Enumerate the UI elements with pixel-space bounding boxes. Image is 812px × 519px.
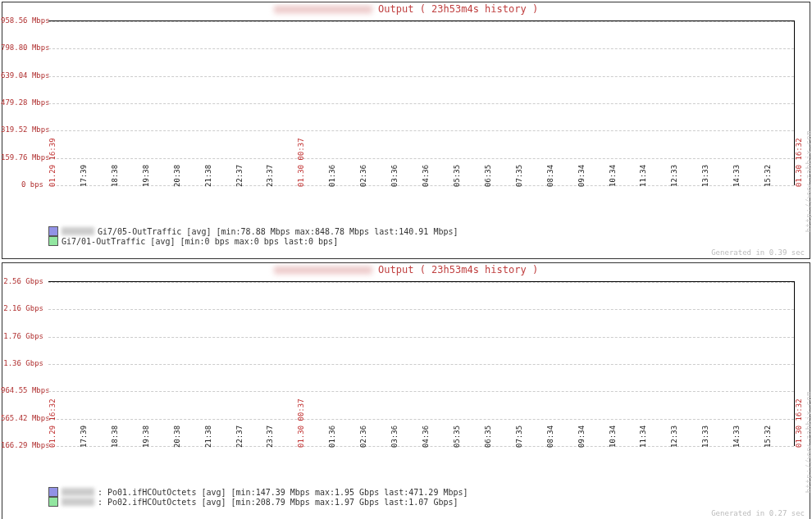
y-tick-label: 1.36 Gbps — [1, 359, 43, 367]
x-tick-label: 09:34 — [577, 165, 586, 187]
legend-row: Gi7/01-OutTraffic [avg] [min:0 bps max:0… — [48, 236, 803, 246]
y-tick-label: 565.42 Mbps — [1, 414, 43, 422]
x-tick-label: 02:36 — [359, 426, 367, 448]
x-tick-label: 01.30 16:32 — [795, 138, 803, 187]
plot-area — [48, 281, 795, 446]
legend-text: Gi7/05-OutTraffic [avg] [min:78.88 Mbps … — [98, 227, 458, 236]
y-tick-label: 2.56 Gbps — [1, 277, 43, 285]
chart-panel-0: Output ( 23h53m4s history )958.56 Mbps79… — [2, 2, 810, 259]
x-tick-label: 08:34 — [546, 426, 554, 448]
chart-title: Output ( 23h53m4s history ) — [2, 263, 810, 276]
x-tick-label: 10:34 — [609, 165, 617, 187]
x-tick-label: 23:37 — [266, 426, 274, 448]
legend-swatch-icon — [48, 497, 58, 507]
x-tick-label: 08:34 — [546, 165, 554, 187]
plot-area — [48, 20, 795, 185]
legend: Gi7/05-OutTraffic [avg] [min:78.88 Mbps … — [48, 226, 803, 246]
y-tick-label: 1.76 Gbps — [1, 332, 43, 340]
y-tick-label: 159.76 Mbps — [1, 153, 43, 162]
x-tick-label: 22:37 — [235, 165, 244, 187]
legend-text: : Po01.ifHCOutOctets [avg] [min:147.39 M… — [98, 488, 468, 497]
x-tick-label: 04:36 — [422, 165, 430, 187]
x-tick-label: 23:37 — [266, 165, 274, 187]
watermark-text: http://www.zabbix.com — [805, 391, 812, 493]
x-tick-label: 03:36 — [390, 426, 399, 448]
chart-title-text: Output ( 23h53m4s history ) — [372, 264, 538, 275]
x-tick-label: 17:39 — [80, 165, 88, 187]
legend-swatch-icon — [48, 236, 58, 246]
x-axis: 01.29 16:3217:3918:3819:3820:3821:3822:3… — [48, 448, 795, 471]
blurred-text — [62, 498, 94, 506]
x-axis: 01.29 16:3917:3918:3819:3820:3821:3822:3… — [48, 187, 795, 210]
legend-row: : Po02.ifHCOutOctets [avg] [min:208.79 M… — [48, 497, 803, 507]
x-tick-label: 05:35 — [453, 426, 461, 448]
blurred-text — [62, 227, 94, 235]
x-tick-label: 01.30 00:37 — [297, 398, 305, 448]
x-tick-label: 03:36 — [390, 165, 399, 187]
x-tick-label: 15:32 — [764, 165, 772, 187]
y-tick-label: 0 bps — [1, 180, 43, 189]
x-tick-label: 04:36 — [422, 426, 430, 448]
y-tick-label: 958.56 Mbps — [1, 16, 43, 25]
x-tick-label: 18:38 — [111, 165, 119, 187]
x-tick-label: 12:33 — [670, 426, 678, 448]
watermark-text: http://www.zabbix.com — [805, 130, 812, 232]
x-tick-label: 12:33 — [670, 165, 678, 187]
x-tick-label: 10:34 — [609, 426, 617, 448]
x-tick-label: 01:36 — [328, 426, 336, 448]
chart-panel-1: Output ( 23h53m4s history )2.56 Gbps2.16… — [2, 262, 810, 519]
x-tick-label: 21:38 — [204, 426, 212, 448]
x-tick-label: 20:38 — [173, 165, 181, 187]
bars-layer — [48, 282, 794, 446]
x-tick-label: 17:39 — [80, 426, 88, 448]
legend: : Po01.ifHCOutOctets [avg] [min:147.39 M… — [48, 487, 803, 507]
chart-title-text: Output ( 23h53m4s history ) — [372, 3, 538, 15]
y-tick-label: 166.29 Mbps — [1, 441, 43, 449]
x-tick-label: 11:34 — [639, 165, 647, 187]
chart-area: 958.56 Mbps798.80 Mbps639.04 Mbps479.28 … — [2, 16, 810, 225]
x-tick-label: 07:35 — [515, 426, 523, 448]
generation-time: Generated in 0.27 sec — [2, 508, 810, 519]
chart-title: Output ( 23h53m4s history ) — [2, 2, 810, 16]
x-tick-label: 19:38 — [142, 426, 150, 448]
x-tick-label: 14:33 — [732, 426, 741, 448]
x-tick-label: 14:33 — [732, 165, 741, 187]
blurred-text — [274, 266, 372, 275]
x-tick-label: 15:32 — [764, 426, 772, 448]
y-tick-label: 964.55 Mbps — [1, 386, 43, 394]
legend-row: : Po01.ifHCOutOctets [avg] [min:147.39 M… — [48, 487, 803, 497]
y-tick-label: 639.04 Mbps — [1, 71, 43, 80]
x-tick-label: 01.30 16:32 — [795, 398, 803, 448]
x-tick-label: 07:35 — [515, 165, 523, 187]
y-tick-label: 319.52 Mbps — [1, 125, 43, 134]
y-tick-label: 479.28 Mbps — [1, 98, 43, 107]
x-tick-label: 06:35 — [484, 165, 492, 187]
x-tick-label: 05:35 — [453, 165, 461, 187]
blurred-text — [62, 488, 94, 496]
x-tick-label: 20:38 — [173, 426, 181, 448]
x-tick-label: 01:36 — [328, 165, 336, 187]
chart-area: 2.56 Gbps2.16 Gbps1.76 Gbps1.36 Gbps964.… — [2, 276, 810, 485]
x-tick-label: 02:36 — [359, 165, 367, 187]
x-tick-label: 01.29 16:32 — [48, 398, 57, 448]
x-tick-label: 13:33 — [701, 165, 709, 187]
legend-text: Gi7/01-OutTraffic [avg] [min:0 bps max:0… — [62, 237, 338, 246]
x-tick-label: 01.30 00:37 — [297, 138, 305, 187]
legend-swatch-icon — [48, 487, 58, 497]
y-axis: 958.56 Mbps798.80 Mbps639.04 Mbps479.28 … — [2, 20, 45, 184]
x-tick-label: 13:33 — [701, 426, 709, 448]
x-tick-label: 19:38 — [142, 165, 150, 187]
x-tick-label: 09:34 — [577, 426, 586, 448]
y-axis: 2.56 Gbps2.16 Gbps1.76 Gbps1.36 Gbps964.… — [2, 281, 45, 445]
x-tick-label: 21:38 — [204, 165, 212, 187]
blurred-text — [274, 6, 372, 14]
x-tick-label: 06:35 — [484, 426, 492, 448]
legend-row: Gi7/05-OutTraffic [avg] [min:78.88 Mbps … — [48, 226, 803, 236]
legend-swatch-icon — [48, 226, 58, 236]
bars-layer — [48, 21, 794, 185]
y-tick-label: 798.80 Mbps — [1, 43, 43, 52]
y-tick-label: 2.16 Gbps — [1, 304, 43, 312]
legend-text: : Po02.ifHCOutOctets [avg] [min:208.79 M… — [98, 498, 458, 507]
x-tick-label: 18:38 — [111, 426, 119, 448]
generation-time: Generated in 0.39 sec — [2, 248, 810, 258]
